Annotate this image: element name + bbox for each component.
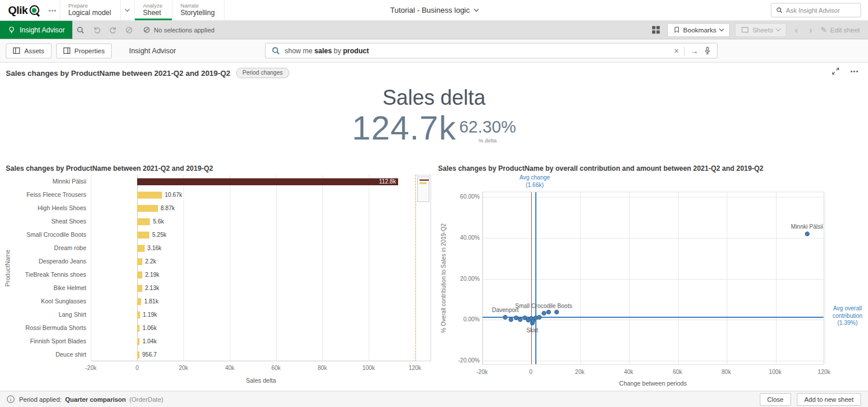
scatter-yticks: -20.00%0.00%20.00%40.00%60.00% xyxy=(450,192,480,365)
scatter-ytick-label: 20.00% xyxy=(460,275,480,281)
expand-chart-button[interactable] xyxy=(832,67,840,75)
kpi-visualization[interactable]: Sales delta 124.7k 62.30% % delta xyxy=(0,86,868,145)
avg-change-line-1: Avg change xyxy=(520,174,550,181)
expand-icon xyxy=(832,67,840,75)
scatter-ytick-label: 0.00% xyxy=(464,316,480,322)
add-to-new-sheet-button[interactable]: Add to new sheet xyxy=(797,393,861,406)
bar[interactable] xyxy=(137,192,162,199)
bar[interactable] xyxy=(137,232,149,239)
nav-tab-narrate[interactable]: Narrate Storytelling xyxy=(172,0,224,20)
scatter-point[interactable] xyxy=(509,317,513,322)
bar-value-label: 10.67k xyxy=(165,192,182,199)
query-part-token: product xyxy=(343,47,369,55)
bar[interactable] xyxy=(137,258,142,265)
app-title-dropdown[interactable]: Tutorial - Business logic xyxy=(390,0,478,20)
pencil-icon: ✎ xyxy=(821,25,827,34)
bar[interactable] xyxy=(137,178,398,185)
submit-query-button[interactable]: → xyxy=(690,46,698,55)
bar-category-label: Lang Shirt xyxy=(7,308,86,321)
previous-sheet-button[interactable]: ‹ xyxy=(792,25,801,34)
insight-advisor-button-label: Insight Advisor xyxy=(20,26,65,34)
app-title-text: Tutorial - Business logic xyxy=(390,6,470,14)
bar-value-label: 2.2k xyxy=(145,258,156,265)
scrollbar-thumb[interactable] xyxy=(417,177,429,202)
scatter-gridline xyxy=(580,192,581,364)
chevron-down-icon xyxy=(125,7,130,12)
bar-xtick-label: -20k xyxy=(85,365,96,371)
scatter-point[interactable] xyxy=(805,232,810,236)
search-selections-button[interactable] xyxy=(72,21,89,39)
voice-input-button[interactable] xyxy=(704,46,711,55)
nav-tab-narrate-label: Storytelling xyxy=(181,9,215,17)
insight-advisor-button[interactable]: Insight Advisor xyxy=(0,21,72,39)
selections-toolbar-right: Bookmarks Sheets ‹ › ✎ Edit sheet xyxy=(650,23,868,37)
scatter-point[interactable] xyxy=(554,310,559,314)
bookmarks-label: Bookmarks xyxy=(683,27,717,34)
nav-tab-prepare-eyebrow: Prepare xyxy=(68,2,111,9)
scatter-gridline xyxy=(483,192,483,364)
bar-categories: Minnki PälsiiFeiss Fleece TrousersHigh H… xyxy=(7,175,89,361)
scatter-point[interactable] xyxy=(537,315,542,320)
clear-query-button[interactable]: × xyxy=(674,47,679,55)
kpi-secondary-value: 62.30% xyxy=(459,119,516,135)
assets-panel-button[interactable]: Assets xyxy=(6,43,52,58)
global-menu-button[interactable]: ••• xyxy=(45,0,60,20)
scatter-ytick-label: 40.00% xyxy=(460,234,480,240)
bar-gridline xyxy=(322,175,323,361)
bar[interactable] xyxy=(137,351,139,358)
bar-plot: 112.8k10.67k8.87k5.6k5.25k3.16k2.2k2.19k… xyxy=(91,175,431,361)
scatter-x-axis-title: Change between periods xyxy=(482,380,824,387)
nav-group-prepare: Prepare Logical model xyxy=(60,0,135,20)
nav-tab-analyze[interactable]: Analyze Sheet xyxy=(135,0,172,20)
chart-scrollbar[interactable] xyxy=(415,175,431,361)
bar[interactable] xyxy=(137,245,145,252)
sheets-button[interactable]: Sheets xyxy=(735,23,786,37)
edit-sheet-button[interactable]: ✎ Edit sheet xyxy=(821,25,860,34)
insight-advisor-searchbox[interactable]: show me sales by product × → xyxy=(265,43,718,58)
top-navigation-bar: Qlik ••• Prepare Logical model Analyze S… xyxy=(0,0,868,21)
bar-xtick-label: 100k xyxy=(362,365,375,371)
bar-value-label: 956.7 xyxy=(142,351,157,358)
bar-category-label: Deuce shirt xyxy=(7,348,86,361)
bar[interactable] xyxy=(137,218,150,225)
avg-change-line-2: (1.66k) xyxy=(520,181,550,189)
scatter-xtick-label: 60k xyxy=(673,369,682,375)
step-back-button[interactable] xyxy=(89,21,105,39)
next-sheet-button[interactable]: › xyxy=(806,25,815,34)
sheet-grid-button[interactable] xyxy=(650,25,662,34)
properties-panel-button[interactable]: Properties xyxy=(56,43,112,58)
properties-panel-icon xyxy=(63,47,71,54)
bar[interactable] xyxy=(137,325,139,332)
ask-insight-advisor-searchbox[interactable] xyxy=(771,3,861,17)
bookmarks-button[interactable]: Bookmarks xyxy=(667,23,730,37)
bar[interactable] xyxy=(137,285,142,292)
scatter-point[interactable] xyxy=(546,310,551,314)
qlik-logo[interactable]: Qlik xyxy=(0,0,45,20)
prepare-dropdown-button[interactable] xyxy=(120,0,134,20)
undo-icon xyxy=(93,25,101,34)
chart-options-button[interactable]: ••• xyxy=(850,68,859,75)
scatter-ytick-label: 60.00% xyxy=(460,193,480,200)
scatter-xtick-label: 0 xyxy=(529,369,533,375)
bar[interactable] xyxy=(137,311,140,318)
nav-tab-prepare-label: Logical model xyxy=(68,9,111,17)
step-forward-button[interactable] xyxy=(105,21,121,39)
scatter-point[interactable] xyxy=(503,315,507,320)
close-button[interactable]: Close xyxy=(760,393,791,406)
nav-tab-narrate-eyebrow: Narrate xyxy=(181,2,215,9)
ask-insight-advisor-input[interactable] xyxy=(786,7,856,14)
bar[interactable] xyxy=(137,272,142,278)
clear-selections-button[interactable] xyxy=(121,21,137,39)
kpi-secondary-label: % delta xyxy=(479,137,497,144)
bar[interactable] xyxy=(137,298,141,305)
chevron-down-icon xyxy=(776,27,781,31)
kpi-delta-block: 62.30% % delta xyxy=(459,119,516,144)
bar[interactable] xyxy=(137,205,158,212)
nav-tab-prepare[interactable]: Prepare Logical model xyxy=(60,0,120,20)
scatter-point[interactable] xyxy=(542,311,546,316)
scatter-xtick-label: -20k xyxy=(476,369,487,375)
bar[interactable] xyxy=(137,338,139,345)
qlik-sense-app: Qlik ••• Prepare Logical model Analyze S… xyxy=(0,0,868,407)
bar-chart: ProductName Minnki PälsiiFeiss Fleece Tr… xyxy=(0,174,434,391)
insight-advisor-title: Insight Advisor xyxy=(129,47,176,55)
